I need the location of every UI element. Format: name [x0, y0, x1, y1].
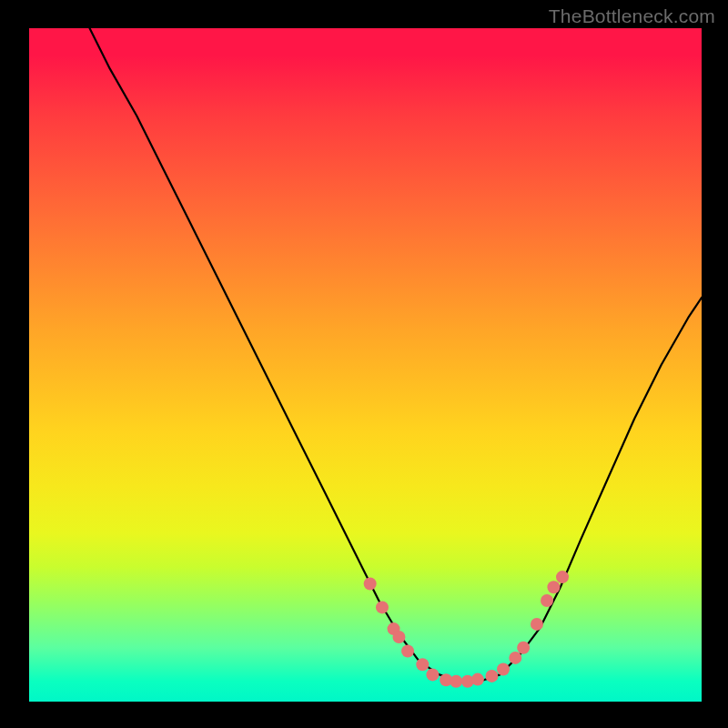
plot-area	[29, 28, 702, 702]
bottleneck-curve	[90, 28, 702, 682]
watermark-text: TheBottleneck.com	[549, 5, 715, 27]
data-marker	[556, 571, 569, 583]
data-marker	[509, 652, 521, 664]
data-marker	[450, 675, 462, 688]
data-marker	[547, 581, 560, 593]
data-markers	[364, 571, 569, 688]
data-marker	[531, 618, 543, 631]
data-marker	[541, 594, 553, 607]
data-marker	[376, 601, 389, 613]
data-marker	[485, 670, 498, 682]
data-marker	[517, 642, 530, 654]
data-marker	[416, 658, 429, 671]
data-marker	[364, 578, 377, 591]
data-marker	[392, 631, 405, 643]
data-marker	[471, 673, 484, 686]
curve-plot	[29, 28, 702, 702]
data-marker	[497, 662, 510, 675]
data-marker	[401, 645, 414, 658]
data-marker	[426, 668, 439, 681]
chart-stage: TheBottleneck.com	[0, 0, 728, 728]
